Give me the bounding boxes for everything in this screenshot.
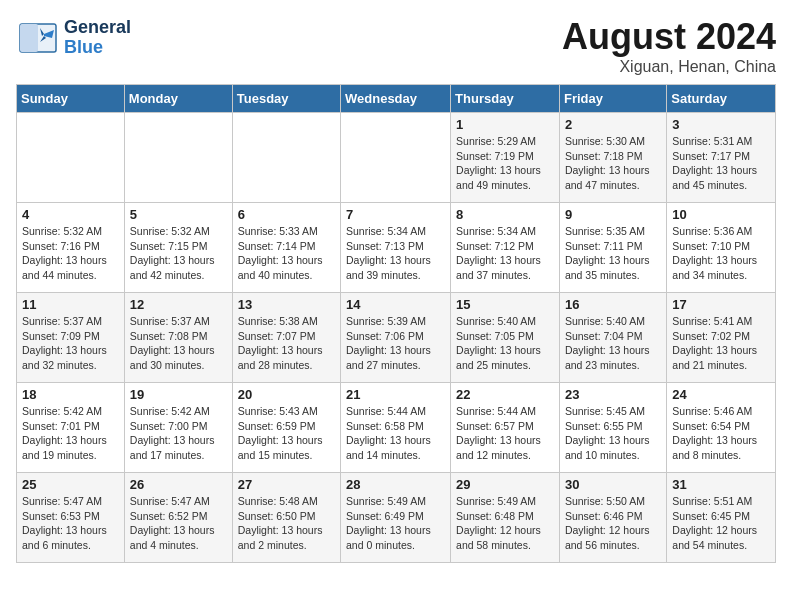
day-info: Sunrise: 5:45 AM Sunset: 6:55 PM Dayligh…	[565, 405, 650, 461]
day-number: 17	[672, 297, 770, 312]
day-number: 14	[346, 297, 445, 312]
day-number: 29	[456, 477, 554, 492]
day-info: Sunrise: 5:35 AM Sunset: 7:11 PM Dayligh…	[565, 225, 650, 281]
day-number: 7	[346, 207, 445, 222]
calendar-cell: 15Sunrise: 5:40 AM Sunset: 7:05 PM Dayli…	[451, 293, 560, 383]
calendar-table: SundayMondayTuesdayWednesdayThursdayFrid…	[16, 84, 776, 563]
day-header-friday: Friday	[559, 85, 666, 113]
day-number: 1	[456, 117, 554, 132]
calendar-cell: 5Sunrise: 5:32 AM Sunset: 7:15 PM Daylig…	[124, 203, 232, 293]
day-info: Sunrise: 5:47 AM Sunset: 6:53 PM Dayligh…	[22, 495, 107, 551]
calendar-cell: 16Sunrise: 5:40 AM Sunset: 7:04 PM Dayli…	[559, 293, 666, 383]
day-info: Sunrise: 5:51 AM Sunset: 6:45 PM Dayligh…	[672, 495, 757, 551]
day-number: 16	[565, 297, 661, 312]
day-info: Sunrise: 5:48 AM Sunset: 6:50 PM Dayligh…	[238, 495, 323, 551]
calendar-cell: 2Sunrise: 5:30 AM Sunset: 7:18 PM Daylig…	[559, 113, 666, 203]
day-info: Sunrise: 5:37 AM Sunset: 7:08 PM Dayligh…	[130, 315, 215, 371]
week-row-1: 1Sunrise: 5:29 AM Sunset: 7:19 PM Daylig…	[17, 113, 776, 203]
calendar-cell: 24Sunrise: 5:46 AM Sunset: 6:54 PM Dayli…	[667, 383, 776, 473]
day-info: Sunrise: 5:50 AM Sunset: 6:46 PM Dayligh…	[565, 495, 650, 551]
day-header-thursday: Thursday	[451, 85, 560, 113]
calendar-cell: 30Sunrise: 5:50 AM Sunset: 6:46 PM Dayli…	[559, 473, 666, 563]
calendar-cell: 25Sunrise: 5:47 AM Sunset: 6:53 PM Dayli…	[17, 473, 125, 563]
day-number: 21	[346, 387, 445, 402]
calendar-cell: 17Sunrise: 5:41 AM Sunset: 7:02 PM Dayli…	[667, 293, 776, 383]
day-info: Sunrise: 5:46 AM Sunset: 6:54 PM Dayligh…	[672, 405, 757, 461]
day-info: Sunrise: 5:34 AM Sunset: 7:13 PM Dayligh…	[346, 225, 431, 281]
logo: General Blue	[16, 16, 131, 60]
calendar-cell: 6Sunrise: 5:33 AM Sunset: 7:14 PM Daylig…	[232, 203, 340, 293]
calendar-cell	[17, 113, 125, 203]
day-info: Sunrise: 5:47 AM Sunset: 6:52 PM Dayligh…	[130, 495, 215, 551]
week-row-4: 18Sunrise: 5:42 AM Sunset: 7:01 PM Dayli…	[17, 383, 776, 473]
day-info: Sunrise: 5:49 AM Sunset: 6:48 PM Dayligh…	[456, 495, 541, 551]
day-header-wednesday: Wednesday	[341, 85, 451, 113]
page-header: General Blue August 2024 Xiguan, Henan, …	[16, 16, 776, 76]
day-number: 4	[22, 207, 119, 222]
day-info: Sunrise: 5:40 AM Sunset: 7:04 PM Dayligh…	[565, 315, 650, 371]
day-number: 23	[565, 387, 661, 402]
logo-blue: Blue	[64, 38, 131, 58]
logo-general: General	[64, 18, 131, 38]
week-row-5: 25Sunrise: 5:47 AM Sunset: 6:53 PM Dayli…	[17, 473, 776, 563]
logo-icon	[16, 16, 60, 60]
calendar-cell: 13Sunrise: 5:38 AM Sunset: 7:07 PM Dayli…	[232, 293, 340, 383]
day-header-tuesday: Tuesday	[232, 85, 340, 113]
calendar-cell: 18Sunrise: 5:42 AM Sunset: 7:01 PM Dayli…	[17, 383, 125, 473]
calendar-cell: 4Sunrise: 5:32 AM Sunset: 7:16 PM Daylig…	[17, 203, 125, 293]
day-info: Sunrise: 5:36 AM Sunset: 7:10 PM Dayligh…	[672, 225, 757, 281]
subtitle: Xiguan, Henan, China	[562, 58, 776, 76]
day-number: 3	[672, 117, 770, 132]
day-info: Sunrise: 5:44 AM Sunset: 6:57 PM Dayligh…	[456, 405, 541, 461]
calendar-cell: 19Sunrise: 5:42 AM Sunset: 7:00 PM Dayli…	[124, 383, 232, 473]
calendar-cell: 29Sunrise: 5:49 AM Sunset: 6:48 PM Dayli…	[451, 473, 560, 563]
svg-rect-1	[20, 24, 38, 52]
day-number: 24	[672, 387, 770, 402]
day-number: 15	[456, 297, 554, 312]
day-header-monday: Monday	[124, 85, 232, 113]
title-block: August 2024 Xiguan, Henan, China	[562, 16, 776, 76]
day-info: Sunrise: 5:30 AM Sunset: 7:18 PM Dayligh…	[565, 135, 650, 191]
calendar-cell: 26Sunrise: 5:47 AM Sunset: 6:52 PM Dayli…	[124, 473, 232, 563]
day-info: Sunrise: 5:38 AM Sunset: 7:07 PM Dayligh…	[238, 315, 323, 371]
day-number: 30	[565, 477, 661, 492]
calendar-cell: 14Sunrise: 5:39 AM Sunset: 7:06 PM Dayli…	[341, 293, 451, 383]
calendar-cell: 27Sunrise: 5:48 AM Sunset: 6:50 PM Dayli…	[232, 473, 340, 563]
calendar-cell	[232, 113, 340, 203]
calendar-cell: 22Sunrise: 5:44 AM Sunset: 6:57 PM Dayli…	[451, 383, 560, 473]
day-info: Sunrise: 5:42 AM Sunset: 7:01 PM Dayligh…	[22, 405, 107, 461]
day-number: 25	[22, 477, 119, 492]
calendar-cell: 9Sunrise: 5:35 AM Sunset: 7:11 PM Daylig…	[559, 203, 666, 293]
day-info: Sunrise: 5:41 AM Sunset: 7:02 PM Dayligh…	[672, 315, 757, 371]
day-info: Sunrise: 5:42 AM Sunset: 7:00 PM Dayligh…	[130, 405, 215, 461]
calendar-cell: 11Sunrise: 5:37 AM Sunset: 7:09 PM Dayli…	[17, 293, 125, 383]
day-info: Sunrise: 5:49 AM Sunset: 6:49 PM Dayligh…	[346, 495, 431, 551]
day-number: 18	[22, 387, 119, 402]
day-number: 5	[130, 207, 227, 222]
day-info: Sunrise: 5:32 AM Sunset: 7:16 PM Dayligh…	[22, 225, 107, 281]
day-header-saturday: Saturday	[667, 85, 776, 113]
day-info: Sunrise: 5:44 AM Sunset: 6:58 PM Dayligh…	[346, 405, 431, 461]
day-number: 19	[130, 387, 227, 402]
day-number: 6	[238, 207, 335, 222]
calendar-cell: 28Sunrise: 5:49 AM Sunset: 6:49 PM Dayli…	[341, 473, 451, 563]
day-info: Sunrise: 5:39 AM Sunset: 7:06 PM Dayligh…	[346, 315, 431, 371]
day-number: 31	[672, 477, 770, 492]
calendar-cell	[341, 113, 451, 203]
week-row-3: 11Sunrise: 5:37 AM Sunset: 7:09 PM Dayli…	[17, 293, 776, 383]
day-number: 26	[130, 477, 227, 492]
logo-text: General Blue	[64, 18, 131, 58]
calendar-cell: 7Sunrise: 5:34 AM Sunset: 7:13 PM Daylig…	[341, 203, 451, 293]
day-info: Sunrise: 5:37 AM Sunset: 7:09 PM Dayligh…	[22, 315, 107, 371]
week-row-2: 4Sunrise: 5:32 AM Sunset: 7:16 PM Daylig…	[17, 203, 776, 293]
day-info: Sunrise: 5:40 AM Sunset: 7:05 PM Dayligh…	[456, 315, 541, 371]
calendar-cell: 1Sunrise: 5:29 AM Sunset: 7:19 PM Daylig…	[451, 113, 560, 203]
day-info: Sunrise: 5:31 AM Sunset: 7:17 PM Dayligh…	[672, 135, 757, 191]
day-number: 13	[238, 297, 335, 312]
calendar-cell: 10Sunrise: 5:36 AM Sunset: 7:10 PM Dayli…	[667, 203, 776, 293]
days-header-row: SundayMondayTuesdayWednesdayThursdayFrid…	[17, 85, 776, 113]
calendar-cell	[124, 113, 232, 203]
day-info: Sunrise: 5:33 AM Sunset: 7:14 PM Dayligh…	[238, 225, 323, 281]
day-number: 28	[346, 477, 445, 492]
calendar-cell: 12Sunrise: 5:37 AM Sunset: 7:08 PM Dayli…	[124, 293, 232, 383]
